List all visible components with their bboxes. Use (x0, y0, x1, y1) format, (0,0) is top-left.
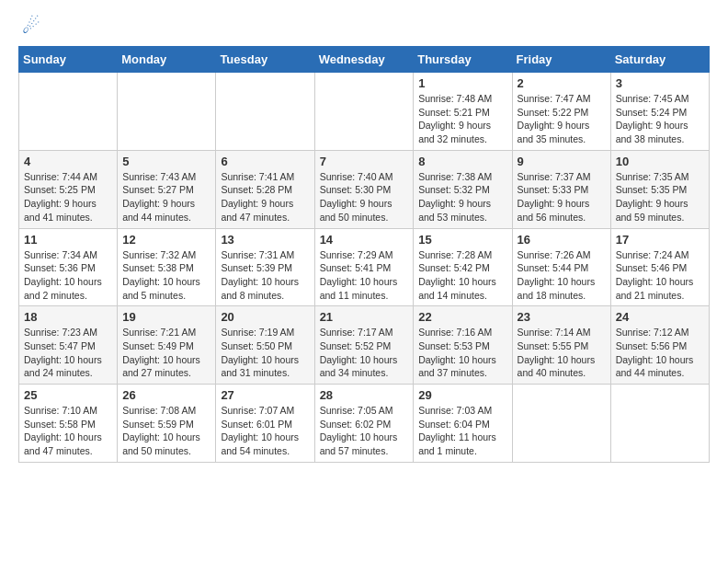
calendar-cell: 29Sunrise: 7:03 AM Sunset: 6:04 PM Dayli… (414, 385, 512, 463)
calendar-cell: 3Sunrise: 7:45 AM Sunset: 5:24 PM Daylig… (610, 73, 709, 151)
day-info: Sunrise: 7:10 AM Sunset: 5:58 PM Dayligh… (24, 404, 112, 458)
day-header-sunday: Sunday (19, 47, 118, 73)
day-info: Sunrise: 7:48 AM Sunset: 5:21 PM Dayligh… (418, 92, 506, 146)
day-info: Sunrise: 7:41 AM Sunset: 5:28 PM Dayligh… (221, 170, 309, 224)
logo-bird-icon: ☄ (22, 15, 40, 38)
day-info: Sunrise: 7:37 AM Sunset: 5:33 PM Dayligh… (518, 170, 606, 224)
day-info: Sunrise: 7:12 AM Sunset: 5:56 PM Dayligh… (616, 326, 704, 380)
day-number: 17 (616, 233, 704, 247)
day-number: 11 (24, 233, 112, 247)
day-info: Sunrise: 7:40 AM Sunset: 5:30 PM Dayligh… (320, 170, 409, 224)
day-info: Sunrise: 7:34 AM Sunset: 5:36 PM Dayligh… (24, 248, 112, 303)
calendar-cell: 13Sunrise: 7:31 AM Sunset: 5:39 PM Dayli… (216, 228, 314, 306)
day-number: 22 (418, 310, 506, 324)
day-info: Sunrise: 7:19 AM Sunset: 5:50 PM Dayligh… (221, 326, 309, 380)
calendar-cell (216, 73, 314, 151)
day-number: 15 (418, 233, 506, 247)
day-header-friday: Friday (512, 47, 610, 73)
day-number: 14 (320, 233, 409, 247)
calendar-cell: 4Sunrise: 7:44 AM Sunset: 5:25 PM Daylig… (19, 150, 118, 228)
day-header-monday: Monday (118, 47, 216, 73)
page-header: ☄ (18, 15, 710, 39)
day-info: Sunrise: 7:14 AM Sunset: 5:55 PM Dayligh… (518, 326, 606, 380)
day-number: 7 (320, 155, 409, 168)
day-number: 12 (122, 233, 210, 247)
calendar-cell: 12Sunrise: 7:32 AM Sunset: 5:38 PM Dayli… (118, 228, 216, 306)
calendar-cell: 28Sunrise: 7:05 AM Sunset: 6:02 PM Dayli… (314, 385, 414, 463)
day-info: Sunrise: 7:28 AM Sunset: 5:42 PM Dayligh… (418, 248, 506, 303)
calendar-cell: 1Sunrise: 7:48 AM Sunset: 5:21 PM Daylig… (414, 73, 512, 151)
calendar-cell (610, 385, 709, 463)
day-info: Sunrise: 7:24 AM Sunset: 5:46 PM Dayligh… (616, 248, 704, 303)
calendar-cell (314, 73, 414, 151)
calendar-cell: 6Sunrise: 7:41 AM Sunset: 5:28 PM Daylig… (216, 150, 314, 228)
calendar-cell (512, 385, 610, 463)
day-header-thursday: Thursday (414, 47, 512, 73)
day-info: Sunrise: 7:44 AM Sunset: 5:25 PM Dayligh… (24, 170, 112, 224)
day-info: Sunrise: 7:38 AM Sunset: 5:32 PM Dayligh… (418, 170, 506, 224)
day-info: Sunrise: 7:21 AM Sunset: 5:49 PM Dayligh… (122, 326, 210, 380)
calendar-cell: 24Sunrise: 7:12 AM Sunset: 5:56 PM Dayli… (610, 306, 709, 385)
calendar-cell (19, 73, 118, 151)
calendar-cell: 16Sunrise: 7:26 AM Sunset: 5:44 PM Dayli… (512, 228, 610, 306)
day-number: 3 (616, 76, 704, 90)
logo: ☄ (18, 15, 40, 39)
day-info: Sunrise: 7:07 AM Sunset: 6:01 PM Dayligh… (221, 404, 309, 458)
day-number: 18 (24, 310, 112, 324)
calendar-cell: 2Sunrise: 7:47 AM Sunset: 5:22 PM Daylig… (512, 73, 610, 151)
calendar-cell: 7Sunrise: 7:40 AM Sunset: 5:30 PM Daylig… (314, 150, 414, 228)
day-number: 13 (221, 233, 309, 247)
day-number: 10 (616, 155, 704, 168)
day-info: Sunrise: 7:47 AM Sunset: 5:22 PM Dayligh… (518, 92, 606, 146)
calendar-cell: 11Sunrise: 7:34 AM Sunset: 5:36 PM Dayli… (19, 228, 118, 306)
day-info: Sunrise: 7:45 AM Sunset: 5:24 PM Dayligh… (616, 92, 704, 146)
day-number: 29 (418, 388, 506, 402)
day-number: 23 (518, 310, 606, 324)
day-header-tuesday: Tuesday (216, 47, 314, 73)
day-info: Sunrise: 7:17 AM Sunset: 5:52 PM Dayligh… (320, 326, 409, 380)
day-number: 5 (122, 155, 210, 168)
day-number: 25 (24, 388, 112, 402)
day-number: 9 (518, 155, 606, 168)
calendar-cell: 27Sunrise: 7:07 AM Sunset: 6:01 PM Dayli… (216, 385, 314, 463)
day-header-saturday: Saturday (610, 47, 709, 73)
calendar-cell: 21Sunrise: 7:17 AM Sunset: 5:52 PM Dayli… (314, 306, 414, 385)
calendar-cell: 20Sunrise: 7:19 AM Sunset: 5:50 PM Dayli… (216, 306, 314, 385)
calendar-table: SundayMondayTuesdayWednesdayThursdayFrid… (18, 46, 710, 463)
day-info: Sunrise: 7:29 AM Sunset: 5:41 PM Dayligh… (320, 248, 409, 303)
day-info: Sunrise: 7:23 AM Sunset: 5:47 PM Dayligh… (24, 326, 112, 380)
day-number: 19 (122, 310, 210, 324)
day-number: 16 (518, 233, 606, 247)
calendar-cell: 15Sunrise: 7:28 AM Sunset: 5:42 PM Dayli… (414, 228, 512, 306)
day-number: 1 (418, 76, 506, 90)
calendar-cell: 25Sunrise: 7:10 AM Sunset: 5:58 PM Dayli… (19, 385, 118, 463)
day-number: 20 (221, 310, 309, 324)
day-number: 8 (418, 155, 506, 168)
calendar-cell: 9Sunrise: 7:37 AM Sunset: 5:33 PM Daylig… (512, 150, 610, 228)
calendar-cell: 8Sunrise: 7:38 AM Sunset: 5:32 PM Daylig… (414, 150, 512, 228)
calendar-cell: 10Sunrise: 7:35 AM Sunset: 5:35 PM Dayli… (610, 150, 709, 228)
day-info: Sunrise: 7:03 AM Sunset: 6:04 PM Dayligh… (418, 404, 506, 458)
day-number: 21 (320, 310, 409, 324)
day-number: 28 (320, 388, 409, 402)
day-info: Sunrise: 7:16 AM Sunset: 5:53 PM Dayligh… (418, 326, 506, 380)
day-info: Sunrise: 7:05 AM Sunset: 6:02 PM Dayligh… (320, 404, 409, 458)
calendar-cell: 18Sunrise: 7:23 AM Sunset: 5:47 PM Dayli… (19, 306, 118, 385)
day-info: Sunrise: 7:32 AM Sunset: 5:38 PM Dayligh… (122, 248, 210, 303)
day-info: Sunrise: 7:43 AM Sunset: 5:27 PM Dayligh… (122, 170, 210, 224)
calendar-cell: 14Sunrise: 7:29 AM Sunset: 5:41 PM Dayli… (314, 228, 414, 306)
calendar-cell: 23Sunrise: 7:14 AM Sunset: 5:55 PM Dayli… (512, 306, 610, 385)
day-number: 6 (221, 155, 309, 168)
day-info: Sunrise: 7:26 AM Sunset: 5:44 PM Dayligh… (518, 248, 606, 303)
day-number: 27 (221, 388, 309, 402)
day-info: Sunrise: 7:08 AM Sunset: 5:59 PM Dayligh… (122, 404, 210, 458)
calendar-cell: 5Sunrise: 7:43 AM Sunset: 5:27 PM Daylig… (118, 150, 216, 228)
day-number: 4 (24, 155, 112, 168)
calendar-cell: 19Sunrise: 7:21 AM Sunset: 5:49 PM Dayli… (118, 306, 216, 385)
day-number: 2 (518, 76, 606, 90)
day-number: 24 (616, 310, 704, 324)
day-header-wednesday: Wednesday (314, 47, 414, 73)
calendar-cell (118, 73, 216, 151)
day-info: Sunrise: 7:31 AM Sunset: 5:39 PM Dayligh… (221, 248, 309, 303)
calendar-cell: 26Sunrise: 7:08 AM Sunset: 5:59 PM Dayli… (118, 385, 216, 463)
